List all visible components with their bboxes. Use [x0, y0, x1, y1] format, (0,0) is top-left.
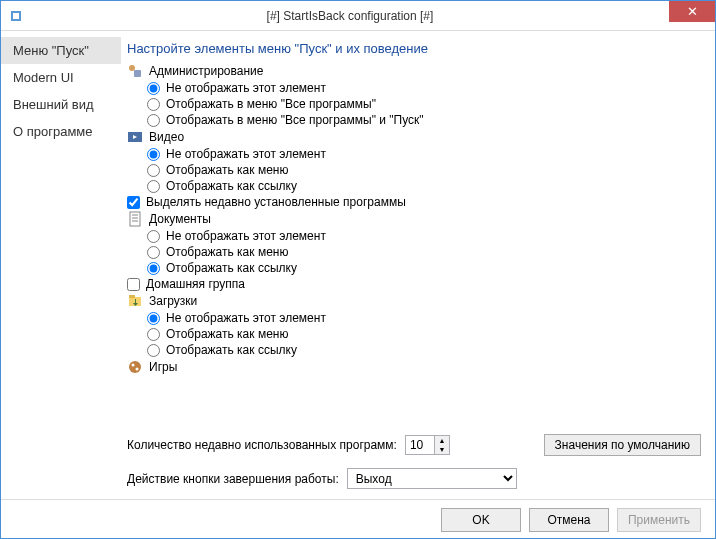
radio-input[interactable]	[147, 328, 160, 341]
radio-input[interactable]	[147, 98, 160, 111]
group-label: Загрузки	[149, 294, 197, 308]
radio-option[interactable]: Отображать в меню "Все программы" и "Пус…	[127, 112, 697, 128]
games-icon	[127, 359, 143, 375]
radio-label: Отображать в меню "Все программы" и "Пус…	[166, 113, 424, 127]
sidebar-item-2[interactable]: Внешний вид	[1, 91, 121, 118]
group-label: Администрирование	[149, 64, 263, 78]
group-label: Документы	[149, 212, 211, 226]
recent-programs-label: Количество недавно использованных програ…	[127, 438, 397, 452]
radio-input[interactable]	[147, 164, 160, 177]
group-row: Видео	[127, 128, 697, 146]
close-button[interactable]: ✕	[669, 1, 715, 22]
group-row: Загрузки	[127, 292, 697, 310]
radio-label: Не отображать этот элемент	[166, 81, 326, 95]
downloads-icon	[127, 293, 143, 309]
group-label: Видео	[149, 130, 184, 144]
radio-label: Отображать как ссылку	[166, 343, 297, 357]
docs-icon	[127, 211, 143, 227]
ok-button[interactable]: OK	[441, 508, 521, 532]
apply-button[interactable]: Применить	[617, 508, 701, 532]
titlebar: [#] StartIsBack configuration [#] ✕	[1, 1, 715, 31]
group-label: Игры	[149, 360, 177, 374]
radio-input[interactable]	[147, 246, 160, 259]
radio-input[interactable]	[147, 312, 160, 325]
recent-programs-spinner[interactable]: ▲ ▼	[405, 435, 450, 455]
video-icon	[127, 129, 143, 145]
radio-option[interactable]: Не отображать этот элемент	[127, 80, 697, 96]
radio-input[interactable]	[147, 344, 160, 357]
svg-point-14	[132, 364, 135, 367]
spinner-down-icon[interactable]: ▼	[435, 445, 449, 454]
radio-input[interactable]	[147, 82, 160, 95]
sidebar: Меню "Пуск"Modern UIВнешний видО програм…	[1, 31, 121, 499]
shutdown-action-select[interactable]: Выход	[347, 468, 517, 489]
radio-option[interactable]: Отображать как ссылку	[127, 342, 697, 358]
shutdown-action-label: Действие кнопки завершения работы:	[127, 472, 339, 486]
radio-input[interactable]	[147, 180, 160, 193]
radio-option[interactable]: Отображать как меню	[127, 326, 697, 342]
group-row: Администрирование	[127, 62, 697, 80]
radio-option[interactable]: Отображать как меню	[127, 162, 697, 178]
group-row: Выделять недавно установленные программы	[127, 194, 697, 210]
svg-point-2	[129, 65, 135, 71]
radio-label: Отображать как ссылку	[166, 261, 297, 275]
group-checkbox[interactable]	[127, 196, 140, 209]
spinner-up-icon[interactable]: ▲	[435, 436, 449, 445]
radio-label: Отображать как меню	[166, 327, 288, 341]
page-heading: Настройте элементы меню "Пуск" и их пове…	[127, 41, 701, 56]
radio-label: Отображать как ссылку	[166, 179, 297, 193]
group-row: Игры	[127, 358, 697, 376]
radio-option[interactable]: Отображать как ссылку	[127, 260, 697, 276]
radio-label: Не отображать этот элемент	[166, 229, 326, 243]
defaults-button[interactable]: Значения по умолчанию	[544, 434, 701, 456]
radio-label: Не отображать этот элемент	[166, 311, 326, 325]
window-title: [#] StartIsBack configuration [#]	[31, 9, 669, 23]
radio-label: Не отображать этот элемент	[166, 147, 326, 161]
group-label: Выделять недавно установленные программы	[146, 195, 406, 209]
svg-rect-1	[13, 13, 19, 19]
group-checkbox[interactable]	[127, 278, 140, 291]
radio-label: Отображать как меню	[166, 163, 288, 177]
group-row: Домашняя группа	[127, 276, 697, 292]
group-label: Домашняя группа	[146, 277, 245, 291]
radio-option[interactable]: Отображать как меню	[127, 244, 697, 260]
radio-input[interactable]	[147, 262, 160, 275]
svg-rect-11	[129, 295, 135, 298]
admin-icon	[127, 63, 143, 79]
sidebar-item-1[interactable]: Modern UI	[1, 64, 121, 91]
radio-option[interactable]: Не отображать этот элемент	[127, 310, 697, 326]
settings-list[interactable]: АдминистрированиеНе отображать этот элем…	[127, 62, 701, 424]
footer: OK Отмена Применить	[1, 499, 715, 539]
svg-point-13	[129, 361, 141, 373]
app-icon	[9, 8, 25, 24]
svg-rect-6	[130, 212, 140, 226]
recent-programs-input[interactable]	[406, 436, 434, 454]
sidebar-item-3[interactable]: О программе	[1, 118, 121, 145]
radio-label: Отображать как меню	[166, 245, 288, 259]
radio-input[interactable]	[147, 114, 160, 127]
radio-label: Отображать в меню "Все программы"	[166, 97, 376, 111]
svg-point-15	[136, 368, 139, 371]
group-row: Документы	[127, 210, 697, 228]
radio-option[interactable]: Отображать в меню "Все программы"	[127, 96, 697, 112]
radio-input[interactable]	[147, 148, 160, 161]
radio-option[interactable]: Не отображать этот элемент	[127, 146, 697, 162]
sidebar-item-0[interactable]: Меню "Пуск"	[1, 37, 121, 64]
svg-rect-3	[134, 70, 141, 77]
radio-option[interactable]: Отображать как ссылку	[127, 178, 697, 194]
radio-input[interactable]	[147, 230, 160, 243]
radio-option[interactable]: Не отображать этот элемент	[127, 228, 697, 244]
cancel-button[interactable]: Отмена	[529, 508, 609, 532]
